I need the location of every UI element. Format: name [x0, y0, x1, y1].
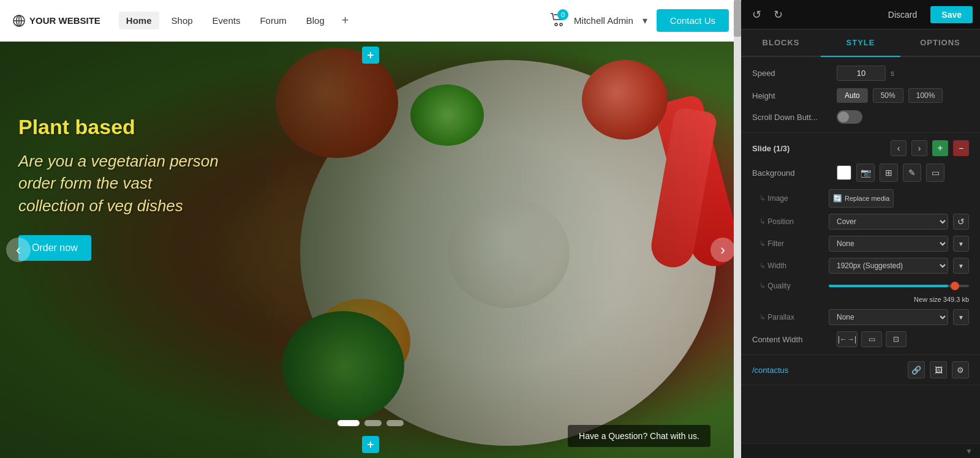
drag-handle-bottom[interactable] — [362, 436, 379, 453]
content-width-options: |←→| ▭ ⊡ — [837, 331, 907, 347]
quality-fill — [829, 285, 948, 287]
parallax-chevron-icon[interactable]: ▼ — [953, 309, 969, 325]
replace-media-button[interactable]: 🔄 Replace media — [829, 189, 894, 208]
hero-subtitle: Are you a vegetarian personorder form th… — [18, 150, 219, 217]
position-row: Position Cover ↺ — [752, 214, 969, 230]
url-image-icon[interactable]: 🖼 — [930, 361, 947, 378]
parallax-select[interactable]: None — [829, 309, 948, 325]
position-select[interactable]: Cover — [829, 214, 948, 230]
slide-next-button[interactable]: › — [911, 140, 927, 156]
height-label: Height — [752, 91, 832, 100]
width-label: Width — [760, 261, 824, 270]
panel-expand-button[interactable]: ▼ — [741, 443, 980, 458]
logo-text: YOUR WEBSITE — [29, 15, 100, 26]
width-select[interactable]: 1920px (Suggested) — [829, 258, 948, 274]
width-row: Width 1920px (Suggested) ▼ — [752, 258, 969, 274]
position-reset-icon[interactable]: ↺ — [953, 214, 969, 230]
tab-options[interactable]: OPTIONS — [900, 29, 980, 56]
image-row: Image 🔄 Replace media — [752, 189, 969, 208]
nav-blog[interactable]: Blog — [299, 12, 332, 29]
filter-chevron-icon[interactable]: ▼ — [953, 236, 969, 252]
navbar-right: 0 Mitchell Admin ▾ Contact Us — [544, 9, 729, 32]
slide-dot-1[interactable] — [337, 420, 360, 426]
url-link-icon[interactable]: 🔗 — [908, 361, 925, 378]
slide-prev-button[interactable]: ‹ — [891, 140, 907, 156]
site-logo[interactable]: YOUR WEBSITE — [12, 14, 100, 28]
height-auto-button[interactable]: Auto — [837, 88, 868, 103]
contact-url-row: /contactus 🔗 🖼 ⚙ — [741, 355, 980, 385]
drag-handle-top[interactable] — [362, 47, 379, 64]
speed-label: Speed — [752, 69, 832, 78]
quality-thumb[interactable] — [951, 282, 959, 290]
filter-label: Filter — [760, 239, 824, 248]
panel-tabs: BLOCKS STYLE OPTIONS — [741, 29, 980, 57]
content-width-expand-icon[interactable]: |←→| — [837, 331, 858, 347]
parallax-row: Parallax None ▼ — [752, 309, 969, 325]
slide-dots — [337, 420, 404, 426]
replace-media-label: Replace media — [845, 195, 889, 202]
new-size-label: New size — [914, 296, 941, 303]
contact-us-button[interactable]: Contact Us — [657, 9, 729, 32]
background-camera-icon[interactable]: 📷 — [856, 163, 875, 182]
nav-forum[interactable]: Forum — [252, 12, 293, 29]
height-100-button[interactable]: 100% — [908, 88, 943, 103]
scroll-down-label: Scroll Down Butt... — [752, 113, 832, 122]
nav-events[interactable]: Events — [205, 12, 248, 29]
quality-slider[interactable] — [829, 280, 969, 292]
redo-button[interactable]: ↻ — [770, 6, 786, 24]
content-width-row: Content Width |←→| ▭ ⊡ — [752, 331, 969, 347]
settings-panel: ↺ ↻ Discard Save BLOCKS STYLE OPTIONS Sp… — [741, 0, 980, 458]
new-size-info: New size 349.3 kb — [752, 296, 969, 303]
scrollbar[interactable] — [734, 0, 741, 458]
quality-track — [829, 285, 969, 287]
slider-prev-button[interactable]: ‹ — [6, 238, 31, 262]
quality-label: Quality — [760, 282, 824, 290]
slide-dot-3[interactable] — [386, 420, 404, 426]
filter-select[interactable]: None — [829, 236, 948, 252]
content-width-center-icon[interactable]: ▭ — [861, 331, 882, 347]
svg-point-5 — [560, 23, 562, 26]
save-button[interactable]: Save — [930, 6, 973, 23]
undo-button[interactable]: ↺ — [748, 6, 765, 24]
discard-button[interactable]: Discard — [880, 6, 925, 23]
slider-next-button[interactable]: › — [710, 238, 735, 262]
tab-style[interactable]: STYLE — [821, 29, 900, 57]
nav-add-icon[interactable]: + — [337, 11, 354, 30]
content-width-fill-icon[interactable]: ⊡ — [886, 331, 907, 347]
background-frame-icon[interactable]: ▭ — [926, 163, 944, 182]
background-grid-icon[interactable]: ⊞ — [880, 163, 898, 182]
position-label: Position — [760, 217, 824, 226]
nav-home[interactable]: Home — [119, 12, 159, 29]
speed-row: Speed s — [752, 66, 969, 81]
height-row: Height Auto 50% 100% — [752, 88, 969, 103]
background-label: Background — [752, 168, 832, 178]
nav-shop[interactable]: Shop — [164, 12, 200, 29]
expand-icon: ▼ — [965, 447, 973, 456]
panel-content: Speed s Height Auto 50% 100% Scroll Down… — [741, 57, 980, 458]
url-settings-icon[interactable]: ⚙ — [952, 361, 969, 378]
admin-dropdown[interactable]: Mitchell Admin — [574, 15, 633, 26]
slide-delete-button[interactable]: − — [953, 140, 969, 156]
new-size-unit: kb — [962, 296, 969, 303]
slide-dot-2[interactable] — [364, 420, 382, 426]
background-edit-icon[interactable]: ✎ — [903, 163, 921, 182]
quality-row: Quality — [752, 280, 969, 292]
background-color-picker[interactable] — [837, 165, 851, 180]
tab-blocks[interactable]: BLOCKS — [741, 29, 821, 56]
slide-header: Slide (1/3) ‹ › + − — [752, 140, 969, 156]
height-50-button[interactable]: 50% — [873, 88, 903, 103]
panel-toolbar: ↺ ↻ Discard Save — [741, 0, 980, 29]
width-chevron-icon[interactable]: ▼ — [953, 258, 969, 274]
scroll-down-toggle[interactable] — [837, 110, 862, 124]
hero-slider: Plant based Are you a vegetarian persono… — [0, 42, 741, 458]
speed-input[interactable] — [837, 66, 886, 81]
scroll-thumb — [734, 0, 741, 37]
slide-add-button[interactable]: + — [932, 140, 948, 156]
cart-icon[interactable]: 0 — [550, 13, 565, 29]
svg-point-4 — [555, 23, 557, 26]
chat-widget: Have a Question? Chat with us. — [568, 425, 710, 447]
section-basic-settings: Speed s Height Auto 50% 100% Scroll Down… — [741, 57, 980, 133]
hero-title: Plant based — [18, 115, 219, 139]
parallax-label: Parallax — [760, 313, 824, 321]
contact-url-text: /contactus — [752, 366, 903, 375]
